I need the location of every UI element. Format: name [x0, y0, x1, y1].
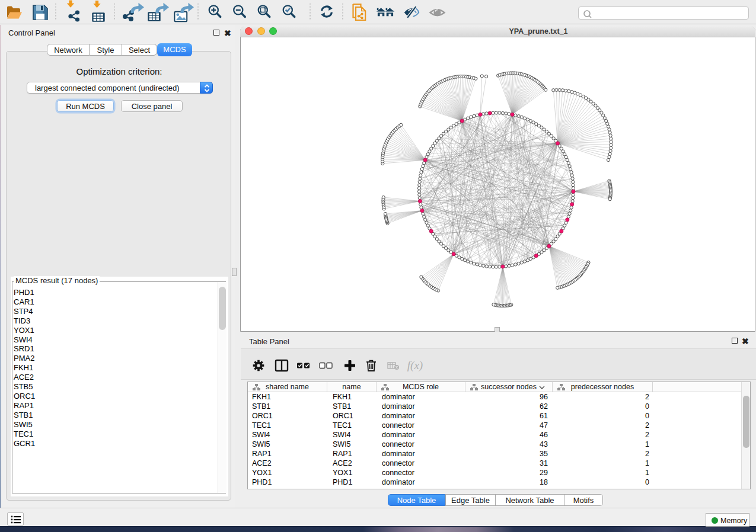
svg-text:f(x): f(x) — [407, 359, 423, 372]
